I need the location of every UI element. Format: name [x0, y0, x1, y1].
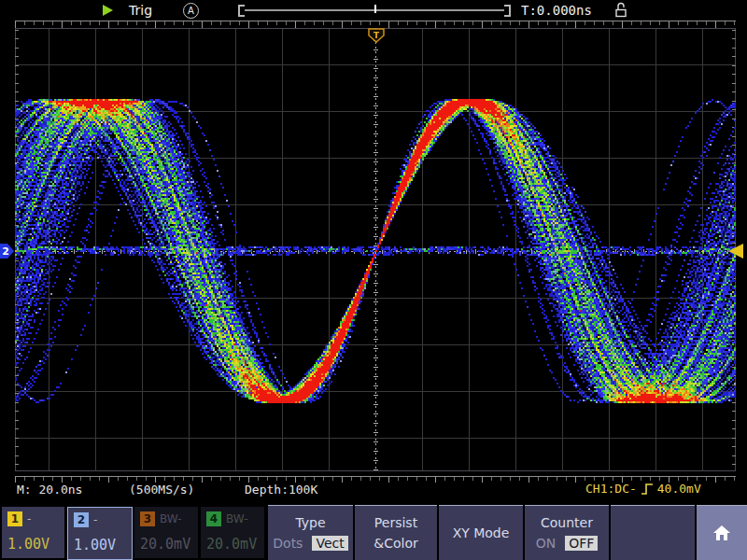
channel-3-badge: 3: [140, 511, 155, 526]
channel-4-scale: 20.0mV: [206, 536, 257, 553]
trigger-settings-readout: CH1:DC- 40.0mV: [585, 482, 701, 496]
trigger-level-arrow-icon[interactable]: [726, 243, 744, 259]
depth-readout: Depth:100K: [245, 483, 317, 497]
channel-1-coupling: -: [27, 512, 31, 525]
trig-label: Trig: [129, 3, 152, 18]
menu-cell-empty: [611, 505, 695, 560]
menu-counter-title: Counter: [541, 515, 593, 530]
waveform-display: [15, 28, 736, 471]
menu-xy-label: XY Mode: [453, 525, 510, 540]
channel-1-scale: 1.00V: [7, 536, 49, 553]
channel-2-scale: 1.00V: [74, 537, 116, 553]
bracket-left-icon: [238, 5, 245, 17]
trigger-source-readout: CH1:DC-: [585, 482, 637, 496]
trigger-time-readout: T:0.000ns: [521, 3, 592, 18]
channel-4-box[interactable]: 4 BW- 20.0mV: [201, 507, 264, 558]
menu-cell-persist-color[interactable]: Persist &Color: [355, 505, 437, 560]
channel-2-badge: 2: [74, 512, 89, 527]
channel-2-box[interactable]: 2 - 1.00V: [67, 507, 133, 560]
run-play-icon: [103, 5, 113, 16]
menu-cell-counter[interactable]: Counter ON OFF: [525, 505, 609, 560]
trigger-level-readout: 40.0mV: [657, 482, 701, 496]
rising-edge-icon: [641, 483, 654, 496]
home-icon: [712, 525, 731, 541]
ch2-level-marker[interactable]: 2: [0, 244, 15, 259]
unlock-icon: [613, 1, 629, 19]
trigger-position-thumb: [374, 5, 376, 13]
channel-4-coupling: BW-: [226, 512, 248, 525]
trigger-position-marker-label: T: [374, 31, 380, 40]
channel-3-scale: 20.0mV: [140, 536, 190, 553]
menu-cell-type[interactable]: Type Dots Vect: [268, 505, 353, 560]
trigger-position-bar[interactable]: [238, 4, 511, 17]
channel-3-coupling: BW-: [160, 512, 182, 525]
channel-1-badge: 1: [7, 511, 22, 526]
auto-trigger-icon: A: [183, 3, 199, 19]
menu-type-option-vect: Vect: [312, 536, 347, 551]
channel-1-box[interactable]: 1 - 1.00V: [2, 507, 64, 558]
menu-counter-option-on: ON: [536, 536, 557, 551]
channel-2-coupling: -: [93, 513, 97, 526]
top-status-bar: Trig A T:0.000ns: [0, 0, 747, 21]
menu-type-title: Type: [295, 515, 325, 530]
menu-persist-line2: &Color: [374, 536, 417, 551]
timebase-readout: M: 20.0ns: [17, 483, 82, 497]
channel-4-badge: 4: [206, 511, 221, 526]
home-button[interactable]: [697, 505, 747, 560]
bracket-right-icon: [504, 5, 511, 17]
menu-persist-line1: Persist: [374, 515, 417, 530]
trigger-position-marker[interactable]: T: [368, 28, 385, 43]
menu-cell-xy-mode[interactable]: XY Mode: [439, 505, 523, 560]
oscilloscope-screen: Trig A T:0.000ns T 2 M: 20.0ns (500MS/s)…: [0, 0, 747, 560]
ch2-level-marker-label: 2: [2, 245, 9, 258]
menu-counter-option-off: OFF: [565, 536, 598, 551]
menu-type-option-dots: Dots: [273, 536, 303, 551]
sample-rate-readout: (500MS/s): [129, 483, 194, 497]
channel-3-box[interactable]: 3 BW- 20.0mV: [134, 507, 198, 558]
